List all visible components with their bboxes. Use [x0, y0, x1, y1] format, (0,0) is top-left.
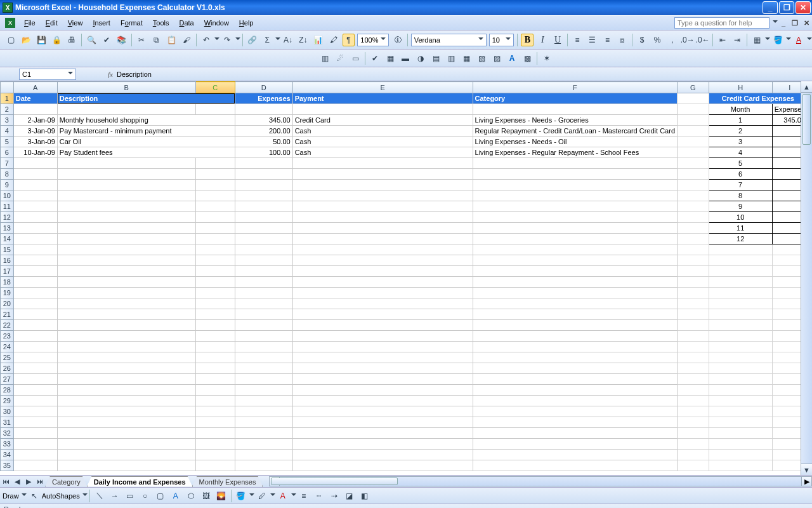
cell[interactable]: [195, 180, 235, 190]
cell[interactable]: [473, 212, 677, 223]
currency-icon[interactable]: $: [636, 34, 648, 46]
cell[interactable]: [292, 158, 473, 169]
cell[interactable]: [678, 93, 709, 104]
cell[interactable]: [235, 352, 292, 363]
row-header[interactable]: 20: [1, 298, 14, 309]
cell[interactable]: [13, 244, 57, 255]
cell[interactable]: [57, 104, 195, 115]
cell[interactable]: Regular Repayment - Credit Card/Loan - M…: [473, 126, 677, 137]
cell[interactable]: [678, 169, 709, 180]
cell[interactable]: Cash: [292, 126, 473, 137]
cell[interactable]: Payment: [292, 93, 473, 104]
cell[interactable]: [235, 342, 292, 352]
cell[interactable]: [13, 352, 57, 363]
cell[interactable]: [709, 396, 772, 406]
cell[interactable]: [235, 288, 292, 298]
row-header[interactable]: 3: [1, 115, 14, 126]
menu-window[interactable]: Window: [199, 17, 234, 29]
cell[interactable]: [57, 320, 195, 331]
cell[interactable]: [13, 396, 57, 406]
cell[interactable]: [473, 223, 677, 234]
cell[interactable]: [709, 298, 772, 309]
cell[interactable]: [292, 277, 473, 288]
line-color-icon[interactable]: 🖊: [256, 490, 268, 502]
rectangle-icon[interactable]: ▭: [124, 490, 136, 502]
cell[interactable]: [57, 417, 195, 428]
arrow-style-icon[interactable]: ⇢: [328, 490, 341, 502]
cell[interactable]: [473, 439, 677, 450]
tool-icon[interactable]: ▦: [384, 52, 396, 65]
cell[interactable]: [13, 104, 57, 115]
select-objects-icon[interactable]: ↖: [28, 490, 41, 502]
paste-icon[interactable]: 📋: [165, 34, 178, 46]
tab-first-icon[interactable]: ⏮: [1, 476, 11, 486]
cell[interactable]: [292, 266, 473, 277]
cell[interactable]: [473, 428, 677, 439]
cell[interactable]: [292, 309, 473, 320]
cell[interactable]: [13, 428, 57, 439]
cell[interactable]: [13, 309, 57, 320]
doc-minimize-button[interactable]: _: [778, 18, 789, 27]
cell[interactable]: 100.00: [235, 147, 292, 158]
cell[interactable]: 9: [709, 201, 772, 212]
cell[interactable]: [473, 385, 677, 396]
cell[interactable]: [292, 406, 473, 417]
dropdown-icon[interactable]: [249, 493, 254, 498]
decrease-decimal-icon[interactable]: .0←: [697, 34, 709, 46]
cell[interactable]: [195, 223, 235, 234]
permission-icon[interactable]: 🔒: [50, 34, 63, 46]
cell[interactable]: [195, 363, 235, 374]
merge-center-icon[interactable]: ⧈: [616, 34, 629, 46]
cell[interactable]: [57, 277, 195, 288]
cell[interactable]: [678, 320, 709, 331]
decrease-indent-icon[interactable]: ⇤: [716, 34, 729, 46]
tool-icon[interactable]: ▦: [460, 52, 473, 65]
cell[interactable]: [292, 363, 473, 374]
cell[interactable]: [292, 180, 473, 190]
cell[interactable]: [473, 406, 677, 417]
cell[interactable]: [292, 298, 473, 309]
tool-icon[interactable]: ▨: [490, 52, 503, 65]
row-header[interactable]: 2: [1, 104, 14, 115]
cell[interactable]: [709, 428, 772, 439]
cell[interactable]: [195, 277, 235, 288]
cell[interactable]: [235, 460, 292, 471]
menu-view[interactable]: View: [63, 17, 88, 29]
tool-icon[interactable]: ▥: [318, 52, 331, 65]
column-header[interactable]: B: [57, 82, 195, 93]
comma-icon[interactable]: ,: [666, 34, 679, 46]
sort-asc-icon[interactable]: A↓: [282, 34, 294, 46]
cell[interactable]: 4: [709, 147, 772, 158]
cell[interactable]: [678, 277, 709, 288]
tool-icon[interactable]: ▭: [349, 52, 362, 65]
row-header[interactable]: 25: [1, 352, 14, 363]
cell[interactable]: [292, 244, 473, 255]
drawing-icon[interactable]: 🖍: [327, 34, 340, 46]
cell[interactable]: [678, 396, 709, 406]
redo-icon[interactable]: ↷: [221, 34, 233, 46]
autoshapes-menu[interactable]: AutoShapes: [42, 492, 88, 500]
cell[interactable]: 3-Jan-09: [13, 137, 57, 147]
cell[interactable]: [678, 460, 709, 471]
cell[interactable]: Cash: [292, 137, 473, 147]
cell[interactable]: [709, 244, 772, 255]
cell[interactable]: [678, 417, 709, 428]
cell[interactable]: [235, 450, 292, 460]
cell[interactable]: [235, 406, 292, 417]
spreadsheet-grid[interactable]: ABCDEFGHIJ1DateDescriptionExpensesPaymen…: [0, 81, 812, 475]
cell[interactable]: [292, 234, 473, 244]
undo-icon[interactable]: ↶: [200, 34, 213, 46]
cell[interactable]: [473, 180, 677, 190]
cell[interactable]: 3-Jan-09: [13, 126, 57, 137]
cell[interactable]: [292, 428, 473, 439]
cell[interactable]: [57, 244, 195, 255]
row-header[interactable]: 30: [1, 406, 14, 417]
shadow-icon[interactable]: ◪: [343, 490, 356, 502]
cell[interactable]: [709, 320, 772, 331]
column-header[interactable]: D: [235, 82, 292, 93]
cell[interactable]: [57, 309, 195, 320]
cell[interactable]: [678, 363, 709, 374]
cell[interactable]: [709, 277, 772, 288]
chart-icon[interactable]: 📊: [312, 34, 325, 46]
cell[interactable]: [13, 374, 57, 385]
